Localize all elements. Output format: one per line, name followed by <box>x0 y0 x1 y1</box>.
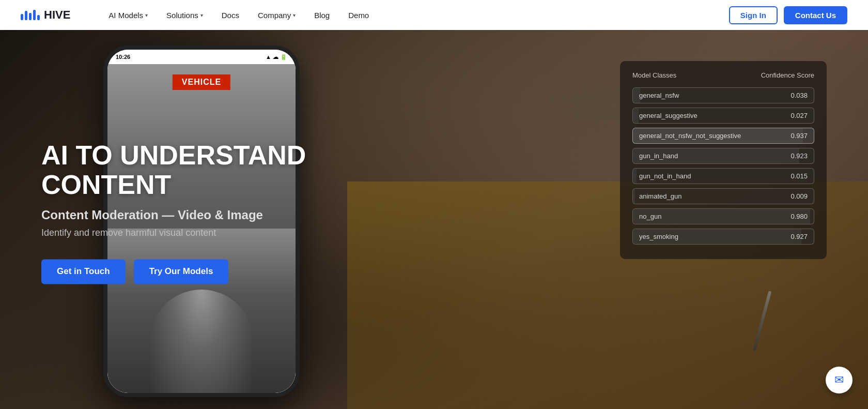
model-classes-panel: Model Classes Confidence Score general_n… <box>620 61 827 259</box>
nav-item-blog[interactable]: Blog <box>307 8 337 23</box>
hero-description: Identify and remove harmful visual conte… <box>41 228 393 238</box>
chat-icon: ✉ <box>834 373 844 387</box>
logo-bar-4 <box>33 10 36 20</box>
logo-bar-3 <box>29 13 32 20</box>
model-row-inner-3: gun_in_hand0.923 <box>632 148 814 164</box>
nav-item-docs[interactable]: Docs <box>214 8 246 23</box>
model-row: animated_gun0.009 <box>632 188 814 204</box>
try-our-models-button[interactable]: Try Our Models <box>134 259 229 284</box>
nav-item-ai-models[interactable]: AI Models ▾ <box>101 8 155 23</box>
model-confidence-score: 0.038 <box>791 92 808 99</box>
hero-subtitle: Content Moderation — Video & Image <box>41 208 393 222</box>
model-row: yes_smoking0.927 <box>632 229 814 245</box>
logo-bar-5 <box>37 15 40 20</box>
model-class-name: animated_gun <box>639 192 681 200</box>
model-confidence-score: 0.927 <box>791 233 808 240</box>
nav-item-demo[interactable]: Demo <box>341 8 376 23</box>
model-class-name: general_suggestive <box>639 112 698 119</box>
model-row-inner-1: general_suggestive0.027 <box>632 108 814 124</box>
model-row: general_nsfw0.038 <box>632 87 814 103</box>
logo-icon <box>21 10 40 20</box>
chevron-down-icon: ▾ <box>293 12 296 18</box>
model-row-inner-0: general_nsfw0.038 <box>632 87 814 103</box>
model-confidence-score: 0.009 <box>791 192 808 200</box>
chevron-down-icon: ▾ <box>145 12 148 18</box>
nav-label-ai-models: AI Models <box>109 11 143 20</box>
model-confidence-score: 0.937 <box>791 132 808 140</box>
model-class-name: yes_smoking <box>639 233 678 240</box>
model-row-inner-2: general_not_nsfw_not_suggestive0.937 <box>632 128 814 144</box>
hero-title: AI TO UNDERSTAND CONTENT <box>41 141 393 200</box>
nav-links: AI Models ▾ Solutions ▾ Docs Company ▾ B… <box>101 8 729 23</box>
model-classes-column-header: Model Classes <box>632 71 676 79</box>
vehicle-detection-label: VEHICLE <box>173 74 230 90</box>
nav-label-blog: Blog <box>314 11 330 20</box>
nav-item-solutions[interactable]: Solutions ▾ <box>159 8 210 23</box>
model-confidence-score: 0.980 <box>791 213 808 220</box>
hero-content: AI TO UNDERSTAND CONTENT Content Moderat… <box>41 141 393 284</box>
model-row-inner-4: gun_not_in_hand0.015 <box>632 168 814 184</box>
phone-status-icons: ▲ ☁ 🔋 <box>266 54 287 60</box>
model-class-name: gun_not_in_hand <box>639 172 691 180</box>
confidence-score-column-header: Confidence Score <box>761 71 814 79</box>
nav-label-demo: Demo <box>348 11 369 20</box>
get-in-touch-button[interactable]: Get in Touch <box>41 259 126 284</box>
model-panel-header: Model Classes Confidence Score <box>632 71 814 79</box>
model-row-inner-6: no_gun0.980 <box>632 208 814 224</box>
model-row-inner-5: animated_gun0.009 <box>632 188 814 204</box>
navbar: HIVE AI Models ▾ Solutions ▾ Docs Compan… <box>0 0 868 30</box>
chevron-down-icon: ▾ <box>200 12 203 18</box>
model-row: no_gun0.980 <box>632 208 814 224</box>
model-confidence-score: 0.015 <box>791 172 808 180</box>
model-row: gun_in_hand0.923 <box>632 148 814 164</box>
model-class-name: general_nsfw <box>639 92 679 99</box>
person-silhouette <box>150 290 253 393</box>
nav-actions: Sign In Contact Us <box>729 6 847 24</box>
model-class-name: gun_in_hand <box>639 152 678 160</box>
sign-in-button[interactable]: Sign In <box>729 6 778 24</box>
model-row: gun_not_in_hand0.015 <box>632 168 814 184</box>
model-class-name: general_not_nsfw_not_suggestive <box>639 132 741 140</box>
chat-button[interactable]: ✉ <box>826 367 853 393</box>
nav-label-solutions: Solutions <box>166 11 198 20</box>
model-row: general_suggestive0.027 <box>632 108 814 124</box>
nav-label-docs: Docs <box>222 11 239 20</box>
nav-label-company: Company <box>258 11 291 20</box>
model-confidence-score: 0.027 <box>791 112 808 119</box>
hero-buttons: Get in Touch Try Our Models <box>41 259 393 284</box>
logo-text: HIVE <box>44 8 70 22</box>
logo-bar-2 <box>25 11 27 20</box>
nav-item-company[interactable]: Company ▾ <box>251 8 303 23</box>
hero-section: 10:26 ▲ ☁ 🔋 VEHICLE ♡ ○ △ 3,734 likes el… <box>0 30 868 409</box>
phone-status-bar: 10:26 ▲ ☁ 🔋 <box>107 50 296 64</box>
model-row-inner-7: yes_smoking0.927 <box>632 229 814 245</box>
logo-bar-1 <box>21 14 23 20</box>
phone-time: 10:26 <box>116 54 130 60</box>
model-row: general_not_nsfw_not_suggestive0.937 <box>632 128 814 144</box>
model-class-name: no_gun <box>639 213 661 220</box>
logo[interactable]: HIVE <box>21 8 70 22</box>
model-rows-container: general_nsfw0.038general_suggestive0.027… <box>632 87 814 245</box>
model-confidence-score: 0.923 <box>791 152 808 160</box>
contact-us-button[interactable]: Contact Us <box>784 6 847 24</box>
